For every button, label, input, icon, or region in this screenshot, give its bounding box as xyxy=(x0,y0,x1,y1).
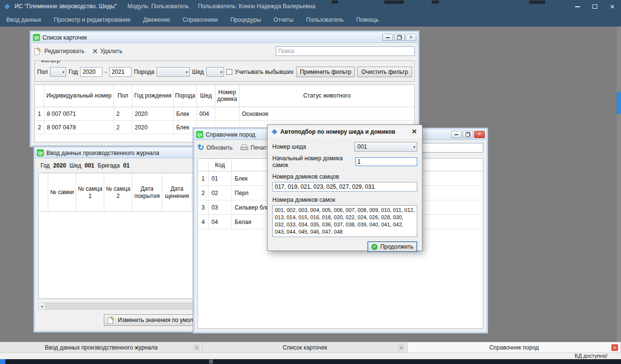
column-header[interactable]: № самца 1 xyxy=(76,173,104,212)
chevron-down-icon: ▾ xyxy=(413,145,415,149)
close-icon: ✕ xyxy=(610,4,615,10)
app-icon: ❖ xyxy=(4,2,10,11)
tab-close-button[interactable]: ✕ xyxy=(193,344,200,351)
close-button[interactable]: ✕ xyxy=(406,34,416,41)
column-header[interactable]: Номер домика xyxy=(215,85,240,107)
close-button[interactable]: ✕ xyxy=(407,125,422,138)
breed-label: Порода xyxy=(134,69,154,75)
tab-close-button[interactable]: ✕ xyxy=(398,344,405,351)
table-cell: 04 xyxy=(209,215,232,229)
column-header[interactable]: Дата покрытия xyxy=(132,173,162,212)
desktop-artifact xyxy=(529,0,545,4)
close-icon: ✕ xyxy=(613,346,617,350)
search-input[interactable] xyxy=(276,46,415,56)
minimize-button[interactable] xyxy=(382,34,393,41)
edit-icon: ✎ xyxy=(34,47,42,56)
menu-help[interactable]: Помощь xyxy=(350,13,385,27)
sex-combo[interactable]: ▾ xyxy=(50,67,66,77)
card-list-controls: ✕ xyxy=(382,34,416,41)
vertical-scrollbar-thumb[interactable] xyxy=(617,92,621,114)
continue-button[interactable]: ✔ Продолжить xyxy=(367,241,417,252)
apply-filter-button[interactable]: Применить фильтр xyxy=(296,67,355,77)
cards-table-header: Индивидуальный номер Пол Год рождения По… xyxy=(35,85,414,107)
table-row[interactable]: 1 8 007 0071 2 2020 Блек 004 Основное xyxy=(35,107,414,121)
column-header[interactable]: Код xyxy=(209,159,232,171)
refresh-button-label: Обновить xyxy=(206,144,232,151)
shed-combo[interactable]: ▾ xyxy=(206,67,224,77)
include-retired-checkbox[interactable] xyxy=(226,69,232,75)
male-houses-input[interactable] xyxy=(272,182,417,192)
year-to-input[interactable] xyxy=(109,67,131,77)
menu-procedures[interactable]: Процедуры xyxy=(224,13,267,27)
column-header[interactable]: Статус животного xyxy=(240,85,414,107)
maximize-button[interactable] xyxy=(586,0,604,13)
clear-filter-button[interactable]: Очистить фильтр xyxy=(357,67,412,77)
menu-data-entry[interactable]: Ввод данных xyxy=(0,13,48,27)
tab-close-button[interactable]: ✕ xyxy=(611,344,618,351)
row-number: 1 xyxy=(198,171,209,186)
desktop-artifact xyxy=(384,0,404,4)
card-list-toolbar: ✎ Редактировать ✕ Удалить xyxy=(31,43,418,58)
menu-reports[interactable]: Отчеты xyxy=(267,13,299,27)
print-button[interactable]: Печать xyxy=(240,144,269,151)
print-icon xyxy=(240,144,248,151)
table-cell xyxy=(215,107,240,121)
tab-card-list[interactable]: Список карточек ✕ xyxy=(203,342,408,352)
menu-user[interactable]: Пользователь xyxy=(300,13,350,27)
minimize-button[interactable] xyxy=(451,131,462,138)
breed-combo[interactable]: ▾ xyxy=(156,67,189,77)
shed-label: Шед xyxy=(70,162,81,169)
app-module-label: Модуль: Пользователь xyxy=(127,0,189,13)
column-header[interactable]: Дата щенения xyxy=(162,173,192,212)
restore-button[interactable] xyxy=(394,34,405,41)
app-title: ИС "Племенное звероводство. Шеды" xyxy=(14,0,117,13)
vertical-scrollbar-track[interactable] xyxy=(617,27,621,342)
dialog-titlebar[interactable]: ❖ Автоподбор по номеру шеда и домиков ✕ xyxy=(268,125,422,138)
delete-button[interactable]: ✕ Удалить xyxy=(92,47,123,55)
column-header[interactable]: № самца 2 xyxy=(104,173,132,212)
delete-icon: ✕ xyxy=(92,47,98,55)
dialog-body: Номер шеда 001 ▾ Начальный номер домика … xyxy=(268,138,422,256)
shed-number-value: 001 xyxy=(357,143,367,150)
row-number: 2 xyxy=(198,186,209,200)
column-header[interactable]: № самки xyxy=(48,173,76,212)
menu-references[interactable]: Справочники xyxy=(176,13,224,27)
tab-breeds-reference[interactable]: Справочник пород ✕ xyxy=(408,342,621,352)
row-number: 4 xyxy=(198,215,209,229)
brigade-label: Бригада xyxy=(98,162,120,169)
close-button[interactable]: ✕ xyxy=(474,131,485,138)
card-list-titlebar[interactable]: Qt Список карточек ✕ xyxy=(31,32,418,43)
db-status-label: БД доступна! xyxy=(575,353,607,359)
table-cell: 2 xyxy=(114,121,132,134)
check-icon: ✔ xyxy=(371,244,378,250)
column-header[interactable]: Индивидуальный номер xyxy=(44,85,114,107)
column-header[interactable]: Пол xyxy=(114,85,132,107)
year-from-input[interactable] xyxy=(80,67,102,77)
female-houses-textarea[interactable]: 001, 002, 003, 004, 005, 006, 007, 008, … xyxy=(272,205,417,237)
column-header[interactable]: Шед xyxy=(197,85,215,107)
close-icon: ✕ xyxy=(195,346,198,350)
restore-button[interactable] xyxy=(463,131,473,138)
application-window: ❖ ИС "Племенное звероводство. Шеды" Моду… xyxy=(0,0,621,364)
column-header[interactable]: Год рождения xyxy=(132,85,174,107)
start-button[interactable] xyxy=(0,359,5,364)
minimize-button[interactable] xyxy=(569,0,586,13)
taskbar-icon[interactable] xyxy=(209,360,213,364)
corner-cell xyxy=(39,173,48,212)
column-header[interactable]: Порода xyxy=(174,85,197,107)
app-titlebar[interactable]: ❖ ИС "Племенное звероводство. Шеды" Моду… xyxy=(0,0,621,13)
maximize-icon xyxy=(593,4,597,9)
scroll-left-arrow[interactable]: ◄ xyxy=(39,303,45,309)
close-button[interactable]: ✕ xyxy=(604,0,621,13)
start-house-input[interactable] xyxy=(355,157,417,166)
refresh-button[interactable]: ↻ Обновить xyxy=(198,144,233,152)
menu-movement[interactable]: Движение xyxy=(137,13,176,27)
menu-view-edit[interactable]: Просмотр и редактирование xyxy=(48,13,137,27)
shed-number-combo[interactable]: 001 ▾ xyxy=(354,142,417,152)
edit-button[interactable]: ✎ Редактировать xyxy=(34,47,85,56)
delete-button-label: Удалить xyxy=(100,48,123,55)
row-number: 2 xyxy=(35,121,44,134)
tab-production-journal[interactable]: Ввод данных производственного журнала ✕ xyxy=(0,342,203,352)
tab-label: Ввод данных производственного журнала xyxy=(45,344,158,351)
edit-button-label: Редактировать xyxy=(44,48,85,55)
